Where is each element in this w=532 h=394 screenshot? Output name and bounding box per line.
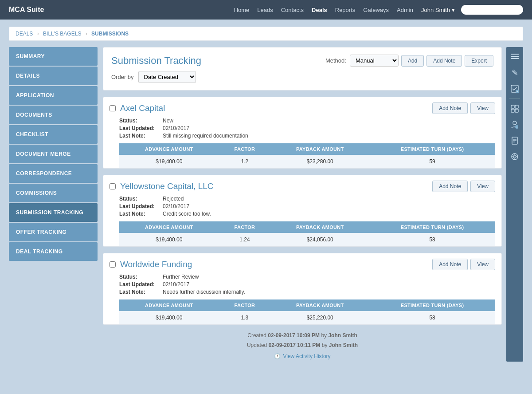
breadcrumb-bills-bagels[interactable]: BILL'S BAGELS	[43, 31, 81, 37]
col-factor: FACTOR	[219, 143, 271, 155]
order-select[interactable]: Date Created Status Name	[138, 71, 196, 83]
sub-body-3: Status: Further Review Last Updated: 02/…	[103, 274, 501, 324]
view-axel[interactable]: View	[470, 102, 495, 114]
col-factor-2: FACTOR	[219, 221, 271, 233]
updated-value-3: 02/10/2017	[163, 281, 189, 288]
add-note-yellowstone[interactable]: Add Note	[432, 181, 468, 192]
nav-reports[interactable]: Reports	[335, 7, 356, 13]
sidebar-item-offer-tracking[interactable]: OFFER TRACKING	[9, 223, 98, 241]
nav-links: Home Leads Contacts Deals Reports Gatewa…	[234, 7, 413, 13]
sidebar-item-submission-tracking[interactable]: SUBMISSION TRACKING	[9, 203, 98, 222]
sidebar-item-checklist[interactable]: CHECKLIST	[9, 125, 98, 144]
toolbar-divider	[509, 98, 520, 99]
table-row: $19,400.00 1.2 $23,280.00 59	[119, 155, 495, 168]
sidebar-item-deal-tracking[interactable]: DEAL TRACKING	[9, 242, 98, 261]
nav-contacts[interactable]: Contacts	[281, 7, 304, 13]
turn-2: 58	[369, 233, 495, 246]
sub-note-row-2: Last Note: Credit score too low.	[119, 211, 495, 217]
factor-2: 1.24	[219, 233, 271, 246]
toolbar-grid-icon[interactable]	[507, 101, 522, 116]
col-factor-3: FACTOR	[219, 299, 271, 311]
export-button[interactable]: Export	[465, 55, 493, 67]
add-note-worldwide[interactable]: Add Note	[432, 259, 468, 270]
sub-checkbox-3[interactable]	[110, 261, 116, 268]
sub-name-2: Yellowstone Capital, LLC	[120, 181, 430, 191]
status-value-3: Further Review	[163, 274, 199, 280]
sidebar: SUMMARY DETAILS APPLICATION DOCUMENTS CH…	[9, 47, 98, 362]
sub-updated-row-3: Last Updated: 02/10/2017	[119, 281, 495, 288]
sub-table-3: ADVANCE AMOUNT FACTOR PAYBACK AMOUNT EST…	[119, 299, 495, 324]
footer-created: Created 02-09-2017 10:09 PM by John Smit…	[103, 331, 502, 341]
add-note-axel[interactable]: Add Note	[432, 102, 468, 114]
sidebar-item-document-merge[interactable]: DOCUMENT MERGE	[9, 145, 98, 163]
sub-table-1: ADVANCE AMOUNT FACTOR PAYBACK AMOUNT EST…	[119, 143, 495, 168]
col-advance-2: ADVANCE AMOUNT	[119, 221, 219, 233]
toolbar-list-icon[interactable]	[507, 49, 522, 64]
view-worldwide[interactable]: View	[470, 259, 495, 270]
sub-status-row-1: Status: New	[119, 118, 495, 124]
layout-row: SUMMARY DETAILS APPLICATION DOCUMENTS CH…	[9, 47, 523, 362]
tracking-header-card: Submission Tracking Method: Manual Autom…	[103, 47, 502, 91]
col-payback-2: PAYBACK AMOUNT	[270, 221, 369, 233]
sidebar-item-documents[interactable]: DOCUMENTS	[9, 106, 98, 124]
main-content: Submission Tracking Method: Manual Autom…	[103, 47, 502, 362]
factor-1: 1.2	[219, 155, 271, 168]
nav-gateways[interactable]: Gateways	[363, 7, 389, 13]
sidebar-item-correspondence[interactable]: CORRESPONDENCE	[9, 164, 98, 183]
toolbar-link-icon[interactable]	[507, 149, 522, 164]
svg-rect-2	[511, 58, 519, 59]
sidebar-item-summary[interactable]: SUMMARY	[9, 47, 98, 66]
view-yellowstone[interactable]: View	[470, 181, 495, 192]
nav-admin[interactable]: Admin	[397, 7, 413, 13]
chevron-down-icon: ▾	[452, 7, 455, 13]
submission-card-3: Worldwide Funding Add Note View Status: …	[103, 253, 502, 325]
updated-value-2: 02/10/2017	[163, 203, 189, 209]
toolbar-doc-icon[interactable]	[507, 133, 522, 148]
app-brand: MCA Suite	[9, 6, 44, 14]
footer: Created 02-09-2017 10:09 PM by John Smit…	[103, 331, 502, 362]
activity-history-link[interactable]: 🕐 View Activity History	[103, 352, 502, 362]
user-menu[interactable]: John Smith ▾	[421, 7, 455, 13]
status-label-3: Status:	[119, 274, 159, 280]
search-input[interactable]	[461, 5, 523, 15]
updated-label-2: Last Updated:	[119, 203, 159, 209]
sub-updated-row-2: Last Updated: 02/10/2017	[119, 203, 495, 209]
method-select[interactable]: Manual Automatic	[350, 55, 399, 67]
status-label-2: Status:	[119, 196, 159, 202]
sidebar-item-commissions[interactable]: COMMISSIONS	[9, 184, 98, 202]
sub-card-header-2: Yellowstone Capital, LLC Add Note View	[103, 175, 501, 196]
updated-label-1: Last Updated:	[119, 125, 159, 131]
advance-1: $19,400.00	[119, 155, 219, 168]
sub-checkbox-2[interactable]	[110, 183, 116, 189]
sidebar-item-application[interactable]: APPLICATION	[9, 86, 98, 105]
clock-icon: 🕐	[274, 352, 281, 362]
sub-body-1: Status: New Last Updated: 02/10/2017 Las…	[103, 118, 501, 168]
sub-checkbox-1[interactable]	[110, 105, 116, 111]
svg-text:+: +	[516, 126, 518, 129]
toolbar-checklist-icon[interactable]: +	[507, 81, 522, 96]
add-button[interactable]: Add	[401, 55, 424, 67]
status-value-1: New	[163, 118, 173, 124]
nav-home[interactable]: Home	[234, 7, 250, 13]
toolbar-edit-icon[interactable]: ✎	[507, 65, 522, 80]
col-turn-3: ESTIMATED TURN (DAYS)	[369, 299, 495, 311]
sub-card-header-1: Axel Capital Add Note View	[103, 97, 501, 118]
sidebar-item-details[interactable]: DETAILS	[9, 67, 98, 85]
svg-point-10	[513, 121, 516, 125]
svg-rect-6	[511, 105, 514, 108]
advance-3: $19,400.00	[119, 311, 219, 324]
note-label-2: Last Note:	[119, 211, 159, 217]
factor-3: 1.3	[219, 311, 271, 324]
toolbar-user-icon[interactable]: +	[507, 117, 522, 132]
add-note-button-header[interactable]: Add Note	[426, 55, 462, 67]
payback-3: $25,220.00	[270, 311, 369, 324]
note-label-1: Last Note:	[119, 133, 159, 139]
note-label-3: Last Note:	[119, 289, 159, 295]
updated-value-1: 02/10/2017	[163, 125, 189, 131]
col-advance: ADVANCE AMOUNT	[119, 143, 219, 155]
page-wrapper: DEALS › BILL'S BAGELS › SUBMISSIONS SUMM…	[0, 20, 532, 369]
nav-leads[interactable]: Leads	[257, 7, 273, 13]
svg-rect-7	[515, 105, 518, 108]
breadcrumb-deals[interactable]: DEALS	[16, 31, 33, 37]
nav-deals[interactable]: Deals	[312, 7, 327, 13]
